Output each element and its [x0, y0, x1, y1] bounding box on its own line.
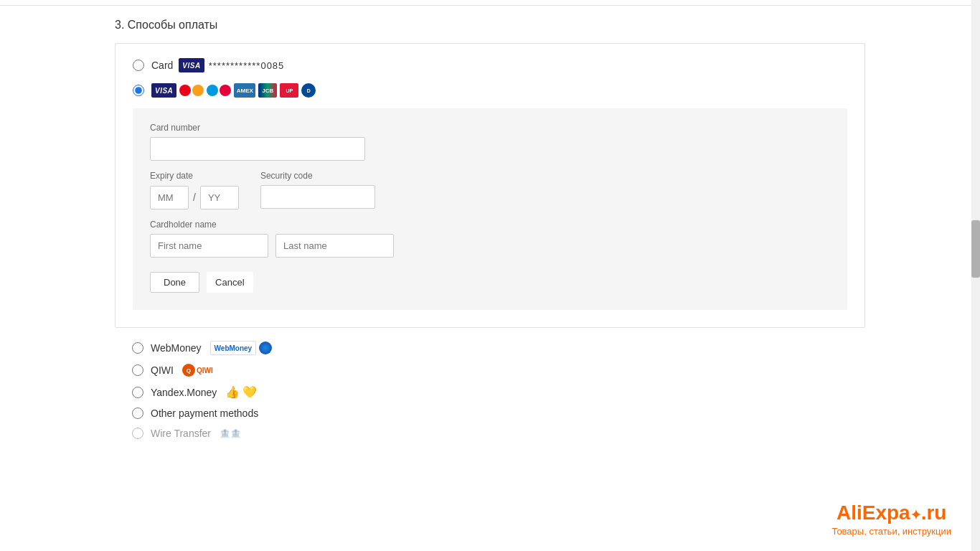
qiwi-radio[interactable] — [132, 364, 143, 376]
cancel-button[interactable]: Cancel — [207, 272, 253, 293]
card-number-label: Card number — [150, 123, 830, 133]
lastname-input[interactable] — [275, 234, 394, 258]
qiwi-text-icon: QIWI — [197, 367, 213, 375]
cardholder-section: Cardholder name — [150, 220, 830, 258]
card-icons-row: VISA AMEX JCB UP D — [151, 83, 316, 98]
aliexpa-logo: AliExpa✦.ru — [831, 501, 951, 524]
masked-card-number: ************0085 — [209, 60, 285, 71]
yandex-icon1: 👍 — [225, 385, 240, 399]
expiry-inputs: / — [150, 185, 239, 209]
new-card-radio[interactable] — [133, 85, 144, 96]
yandex-option[interactable]: Yandex.Money 👍 💛 — [132, 385, 980, 399]
aliexpa-subtitle: Товары, статьи, инструкции — [831, 526, 951, 537]
scrollbar-thumb[interactable] — [971, 220, 980, 278]
visa-icon: VISA — [179, 58, 204, 72]
section-title: 3. Способы оплаты — [0, 6, 980, 43]
yandex-radio[interactable] — [132, 387, 143, 398]
wire-label[interactable]: Wire Transfer — [151, 428, 211, 439]
webmoney-label[interactable]: WebMoney — [151, 342, 202, 354]
ru-text: .ru — [921, 501, 947, 524]
expiry-mm-input[interactable] — [150, 186, 189, 209]
form-buttons: Done Cancel — [150, 272, 830, 293]
card-number-group: Card number — [150, 123, 830, 161]
ali-text: Ali — [837, 501, 862, 524]
card-label[interactable]: Card — [151, 60, 173, 71]
saved-card-option[interactable]: Card VISA ************0085 — [133, 58, 847, 72]
other-payment-label[interactable]: Other payment methods — [151, 408, 258, 419]
qiwi-option[interactable]: QIWI Q QIWI — [132, 364, 980, 377]
expiry-group: Expiry date / — [150, 171, 239, 209]
expiry-security-row: Expiry date / Security code — [150, 171, 830, 209]
expiry-separator: / — [189, 185, 200, 209]
new-card-form: Card number Expiry date / Security code — [133, 108, 847, 310]
other-payment-radio[interactable] — [132, 408, 143, 419]
webmoney-logo: WebMoney — [210, 341, 257, 355]
visa-icon-new: VISA — [151, 83, 176, 98]
done-button[interactable]: Done — [150, 272, 199, 293]
other-payments: WebMoney WebMoney QIWI Q QIWI Yandex.Mon… — [132, 341, 980, 439]
security-label: Security code — [260, 171, 375, 181]
mastercard-icon — [179, 83, 204, 98]
other-payment-option[interactable]: Other payment methods — [132, 408, 980, 419]
card-number-input[interactable] — [150, 137, 365, 161]
cardholder-inputs — [150, 234, 830, 258]
wire-transfer-option[interactable]: Wire Transfer 🏦🏦 — [132, 428, 980, 439]
qiwi-logo: Q QIWI — [182, 364, 213, 377]
top-border — [0, 0, 980, 6]
new-card-option[interactable]: VISA AMEX JCB UP D — [133, 83, 847, 98]
webmoney-option[interactable]: WebMoney WebMoney — [132, 341, 980, 355]
webmoney-icon — [259, 342, 272, 354]
saved-card-radio[interactable] — [133, 60, 144, 71]
wire-icon: 🏦🏦 — [220, 428, 241, 438]
yandex-icon2: 💛 — [242, 385, 257, 399]
dot-star: ✦ — [910, 508, 921, 522]
expiry-yy-input[interactable] — [200, 186, 239, 209]
expiry-label: Expiry date — [150, 171, 239, 181]
wire-radio[interactable] — [132, 428, 143, 439]
cardholder-label: Cardholder name — [150, 220, 830, 230]
jcb-icon: JCB — [258, 83, 277, 98]
yandex-label[interactable]: Yandex.Money — [151, 387, 217, 398]
amex-icon: AMEX — [234, 83, 255, 98]
qiwi-label[interactable]: QIWI — [151, 364, 174, 376]
qiwi-circle-icon: Q — [182, 364, 195, 377]
webmoney-radio[interactable] — [132, 342, 143, 354]
security-code-input[interactable] — [260, 185, 375, 209]
scrollbar[interactable] — [971, 0, 980, 551]
diners-icon: D — [301, 83, 316, 98]
payment-section: Card VISA ************0085 VISA AMEX JCB — [115, 43, 865, 328]
unionpay-icon: UP — [280, 83, 298, 98]
aliexpa-watermark: AliExpa✦.ru Товары, статьи, инструкции — [831, 501, 951, 537]
security-group: Security code — [260, 171, 375, 209]
expa-text: Expa — [862, 501, 910, 524]
maestro-icon — [207, 83, 231, 98]
firstname-input[interactable] — [150, 234, 268, 258]
